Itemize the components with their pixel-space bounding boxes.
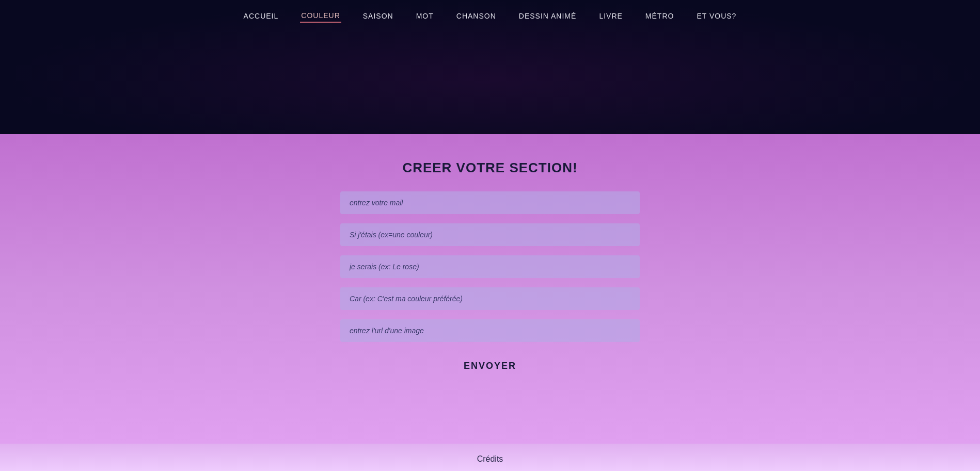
section-title: CREER VOTRE SECTION! [402,160,577,176]
nav-item-dessin-anim-[interactable]: DESSIN ANIMÉ [518,10,578,22]
subject-field[interactable] [340,223,640,246]
footer: Crédits [0,444,980,471]
answer-field[interactable] [340,255,640,278]
nav-item-couleur[interactable]: COULEUR [300,9,341,23]
nav-item-livre[interactable]: LIVRE [598,10,623,22]
nav-item-m-tro[interactable]: MÉTRO [644,10,675,22]
footer-credits[interactable]: Crédits [477,454,503,464]
nav-item-mot[interactable]: MOT [415,10,435,22]
nav-item-accueil[interactable]: ACCUEIL [243,10,280,22]
reason-field[interactable] [340,287,640,310]
image-url-field[interactable] [340,319,640,342]
main-content: CREER VOTRE SECTION! ENVOYER [0,134,980,444]
nav-item-chanson[interactable]: CHANSON [455,10,497,22]
header: ACCUEILCOULEURSAISONMOTCHANSONDESSIN ANI… [0,0,980,134]
navbar: ACCUEILCOULEURSAISONMOTCHANSONDESSIN ANI… [0,0,980,32]
nav-item-saison[interactable]: SAISON [362,10,394,22]
submit-button[interactable]: ENVOYER [453,356,527,376]
form-container: ENVOYER [340,191,640,376]
nav-item-et-vous-[interactable]: ET VOUS? [696,10,737,22]
email-field[interactable] [340,191,640,214]
